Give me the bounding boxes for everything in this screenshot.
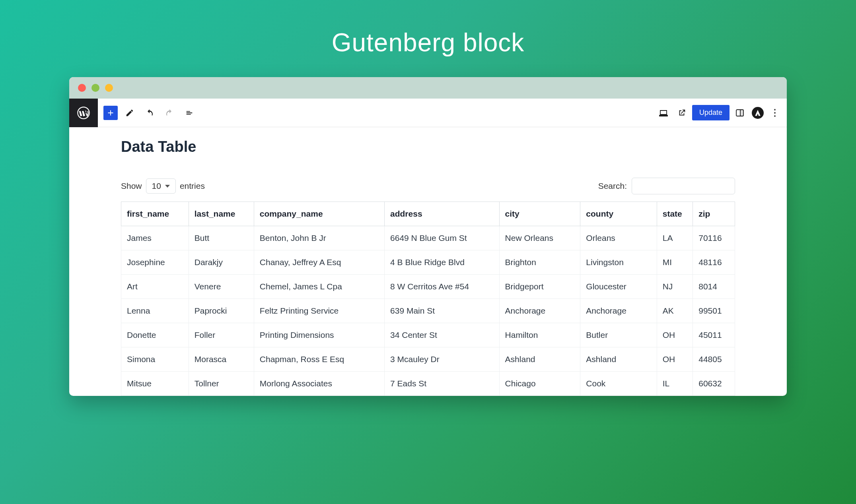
- cell-last-name: Darakjy: [189, 250, 254, 275]
- cell-zip: 48116: [693, 250, 735, 275]
- plus-icon: [106, 109, 115, 117]
- search-input[interactable]: [632, 178, 735, 194]
- hero-title: Gutenberg block: [0, 0, 856, 77]
- column-header-address[interactable]: address: [385, 202, 500, 226]
- page-length-value: 10: [152, 181, 161, 191]
- cell-state: NJ: [657, 275, 693, 299]
- length-control: Show 10 entries: [121, 178, 205, 194]
- table-row: ArtVenereChemel, James L Cpa8 W Cerritos…: [121, 275, 735, 299]
- update-button[interactable]: Update: [692, 105, 730, 120]
- cell-first-name: James: [121, 226, 189, 250]
- cell-last-name: Venere: [189, 275, 254, 299]
- cell-last-name: Tollner: [189, 372, 254, 396]
- cell-state: AK: [657, 299, 693, 323]
- cell-company-name: Printing Dimensions: [254, 323, 384, 347]
- astra-theme-badge[interactable]: [752, 107, 764, 119]
- cell-last-name: Foller: [189, 323, 254, 347]
- search-control: Search:: [598, 178, 735, 194]
- edit-mode-button[interactable]: [122, 105, 138, 121]
- column-header-first-name[interactable]: first_name: [121, 202, 189, 226]
- list-icon: [185, 109, 194, 117]
- undo-button[interactable]: [142, 105, 158, 121]
- toolbar-left: [98, 105, 197, 121]
- sidebar-toggle-button[interactable]: [732, 105, 748, 121]
- document-overview-button[interactable]: [181, 105, 197, 121]
- table-body: JamesButtBenton, John B Jr6649 N Blue Gu…: [121, 226, 735, 396]
- window-titlebar: [69, 77, 787, 99]
- cell-first-name: Art: [121, 275, 189, 299]
- cell-address: 4 B Blue Ridge Blvd: [385, 250, 500, 275]
- cell-city: Anchorage: [499, 299, 580, 323]
- pencil-icon: [125, 109, 134, 117]
- cell-zip: 70116: [693, 226, 735, 250]
- cell-state: LA: [657, 226, 693, 250]
- cell-address: 3 Mcauley Dr: [385, 347, 500, 372]
- table-header-row: first_name last_name company_name addres…: [121, 202, 735, 226]
- cell-state: IL: [657, 372, 693, 396]
- cell-first-name: Mitsue: [121, 372, 189, 396]
- view-post-button[interactable]: [674, 105, 690, 121]
- cell-company-name: Benton, John B Jr: [254, 226, 384, 250]
- column-header-state[interactable]: state: [657, 202, 693, 226]
- cell-company-name: Chapman, Ross E Esq: [254, 347, 384, 372]
- search-label: Search:: [598, 181, 627, 191]
- page-length-select[interactable]: 10: [146, 178, 176, 194]
- cell-address: 6649 N Blue Gum St: [385, 226, 500, 250]
- cell-company-name: Chemel, James L Cpa: [254, 275, 384, 299]
- cell-company-name: Feltz Printing Service: [254, 299, 384, 323]
- column-header-zip[interactable]: zip: [693, 202, 735, 226]
- column-header-county[interactable]: county: [580, 202, 657, 226]
- preview-device-button[interactable]: [656, 105, 671, 121]
- cell-city: New Orleans: [499, 226, 580, 250]
- add-block-button[interactable]: [103, 106, 118, 120]
- cell-address: 34 Center St: [385, 323, 500, 347]
- cell-city: Chicago: [499, 372, 580, 396]
- toolbar-right: Update: [656, 105, 787, 121]
- cell-county: Orleans: [580, 226, 657, 250]
- data-table: first_name last_name company_name addres…: [121, 202, 735, 396]
- cell-first-name: Josephine: [121, 250, 189, 275]
- cell-county: Anchorage: [580, 299, 657, 323]
- window-close-dot[interactable]: [78, 84, 86, 92]
- options-menu-button[interactable]: [768, 106, 782, 120]
- column-header-company-name[interactable]: company_name: [254, 202, 384, 226]
- cell-county: Livingston: [580, 250, 657, 275]
- window-maximize-dot[interactable]: [105, 84, 113, 92]
- table-row: SimonaMorascaChapman, Ross E Esq3 Mcaule…: [121, 347, 735, 372]
- cell-first-name: Donette: [121, 323, 189, 347]
- external-link-icon: [677, 109, 686, 117]
- cell-city: Bridgeport: [499, 275, 580, 299]
- cell-county: Butler: [580, 323, 657, 347]
- wordpress-icon: [77, 107, 90, 119]
- table-row: JamesButtBenton, John B Jr6649 N Blue Gu…: [121, 226, 735, 250]
- cell-first-name: Simona: [121, 347, 189, 372]
- column-header-last-name[interactable]: last_name: [189, 202, 254, 226]
- cell-first-name: Lenna: [121, 299, 189, 323]
- cell-zip: 60632: [693, 372, 735, 396]
- laptop-icon: [659, 108, 668, 118]
- cell-city: Ashland: [499, 347, 580, 372]
- window-minimize-dot[interactable]: [91, 84, 99, 92]
- wordpress-logo[interactable]: [69, 99, 98, 127]
- cell-address: 8 W Cerritos Ave #54: [385, 275, 500, 299]
- cell-state: MI: [657, 250, 693, 275]
- cell-last-name: Butt: [189, 226, 254, 250]
- column-header-city[interactable]: city: [499, 202, 580, 226]
- table-row: JosephineDarakjyChanay, Jeffrey A Esq4 B…: [121, 250, 735, 275]
- cell-state: OH: [657, 347, 693, 372]
- cell-last-name: Paprocki: [189, 299, 254, 323]
- cell-company-name: Chanay, Jeffrey A Esq: [254, 250, 384, 275]
- editor-content: Data Table Show 10 entries Search: first…: [69, 127, 787, 396]
- cell-county: Ashland: [580, 347, 657, 372]
- redo-button[interactable]: [161, 105, 177, 121]
- cell-county: Cook: [580, 372, 657, 396]
- show-label: Show: [121, 181, 142, 191]
- datatable-controls: Show 10 entries Search:: [121, 178, 735, 194]
- editor-topbar: Update: [69, 99, 787, 127]
- table-row: LennaPaprockiFeltz Printing Service639 M…: [121, 299, 735, 323]
- table-row: MitsueTollnerMorlong Associates7 Eads St…: [121, 372, 735, 396]
- cell-city: Brighton: [499, 250, 580, 275]
- cell-zip: 8014: [693, 275, 735, 299]
- table-row: DonetteFollerPrinting Dimensions34 Cente…: [121, 323, 735, 347]
- sidebar-icon: [735, 108, 745, 118]
